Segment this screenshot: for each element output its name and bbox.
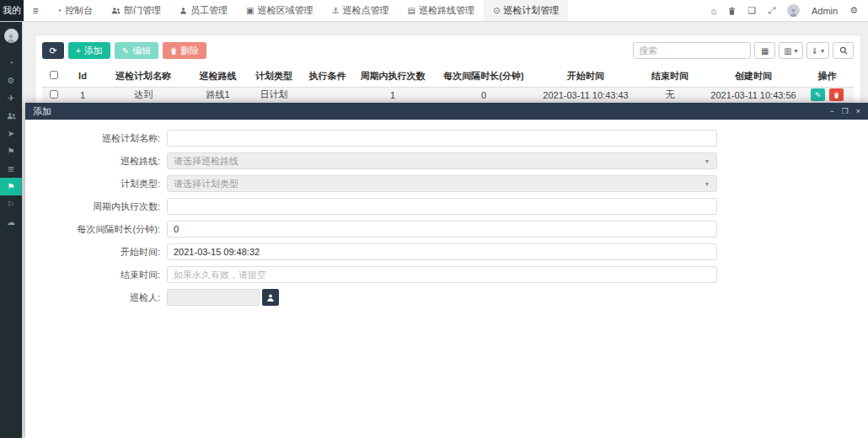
tachometer-icon: ◔: [8, 58, 13, 67]
eye-icon: ⊙: [493, 6, 500, 15]
cell-route: 路线1: [187, 87, 249, 103]
select-all-checkbox[interactable]: [50, 71, 58, 79]
tab-label: 巡检路线管理: [419, 4, 474, 17]
end-time-field[interactable]: [167, 266, 717, 283]
sidebar-item-dashboard[interactable]: ◔: [0, 54, 22, 72]
trash-icon: [170, 47, 177, 55]
sidebar-toggle-button[interactable]: ≡: [24, 0, 47, 21]
table-row[interactable]: 1 达到 路线1 日计划 1 0 2021-03-11 10:43:43 无 2…: [42, 87, 854, 103]
sidebar-item-cloud[interactable]: ☁: [0, 213, 22, 231]
sidebar-item-settings[interactable]: ⚙: [0, 72, 22, 89]
route-select[interactable]: 请选择巡检路线 ▾: [167, 152, 717, 169]
copy-icon[interactable]: ❏: [747, 5, 756, 16]
search-icon: [839, 46, 848, 55]
tab-employees[interactable]: 员工管理: [170, 0, 237, 21]
columns-button[interactable]: ▥ ▾: [779, 42, 802, 59]
search-input[interactable]: [633, 42, 751, 59]
cell-interval: 0: [430, 87, 538, 103]
top-navbar: 我的 ≡ ◔ 控制台 部门管理 员工管理 ▣ 巡检区域管理 ⚓ 巡检点管理 ▤ …: [0, 0, 868, 22]
sidebar-item-send[interactable]: ✈: [0, 89, 22, 107]
row-delete-button[interactable]: [829, 88, 844, 101]
header-interval: 每次间隔时长(分钟): [430, 66, 538, 87]
window-controls: − ❐ ×: [829, 107, 860, 115]
sidebar-item-list[interactable]: ≣: [0, 160, 22, 178]
refresh-icon: ⟳: [49, 45, 56, 56]
sidebar-item-users[interactable]: [0, 107, 22, 125]
cell-end-time: 无: [634, 87, 706, 103]
table-toolbar-right: ▦ ▥ ▾ ⇓ ▾: [633, 42, 854, 59]
sidebar-item-location[interactable]: ➤: [0, 125, 22, 142]
tachometer-icon: ◔: [56, 6, 62, 15]
header-select-all: [42, 66, 66, 87]
cell-created-time: 2021-03-11 10:43:56: [706, 87, 801, 103]
modal-body: 巡检计划名称: 巡检路线: 请选择巡检路线 ▾ 计划类型: 请选择计划类型 ▾ …: [25, 120, 868, 438]
sidebar-user-avatar: [4, 29, 19, 43]
start-time-field[interactable]: [167, 243, 717, 260]
tab-dashboard[interactable]: ◔ 控制台: [47, 0, 102, 21]
tab-departments[interactable]: 部门管理: [102, 0, 170, 21]
close-icon[interactable]: ×: [856, 107, 860, 115]
delete-button[interactable]: 删除: [163, 42, 206, 59]
brand-logo[interactable]: 我的: [0, 0, 24, 21]
tab-inspection-routes[interactable]: ▤ 巡检路线管理: [398, 0, 483, 21]
header-actions: 操作: [801, 66, 854, 87]
cogs-icon: ⚙: [8, 76, 15, 85]
tab-label: 控制台: [65, 4, 93, 17]
tab-inspection-points[interactable]: ⚓ 巡检点管理: [323, 0, 399, 21]
chevron-down-icon: ▾: [821, 47, 824, 55]
refresh-button[interactable]: ⟳: [42, 42, 64, 59]
add-button[interactable]: + 添加: [68, 42, 110, 59]
maximize-icon[interactable]: ❐: [842, 107, 849, 115]
minimize-icon[interactable]: −: [829, 107, 833, 115]
search-button[interactable]: [833, 42, 854, 59]
home-icon[interactable]: ⌂: [711, 6, 717, 16]
tab-label: 员工管理: [190, 4, 228, 17]
header-plan-type: 计划类型: [249, 66, 299, 87]
inspector-label: 巡检人:: [25, 291, 167, 304]
user-icon: [179, 7, 187, 14]
sidebar-item-flag-outline[interactable]: ⚐: [0, 195, 22, 213]
fullscreen-icon[interactable]: ⤢: [768, 5, 775, 16]
row-select-checkbox[interactable]: [50, 90, 58, 99]
chevron-down-icon: ▾: [795, 47, 798, 55]
hamburger-icon: ≡: [32, 5, 38, 17]
header-plan-name: 巡检计划名称: [99, 66, 187, 87]
user-name[interactable]: Admin: [812, 6, 838, 16]
row-edit-button[interactable]: ✎: [811, 88, 825, 101]
chevron-down-icon: ▾: [705, 180, 709, 188]
delete-button-label: 删除: [180, 45, 199, 57]
tab-inspection-areas[interactable]: ▣ 巡检区域管理: [237, 0, 322, 21]
modal-header[interactable]: 添加 − ❐ ×: [25, 103, 868, 120]
form-row-end-time: 结束时间:: [25, 266, 868, 283]
add-plan-modal: 添加 − ❐ × 巡检计划名称: 巡检路线: 请选择巡检路线 ▾ 计划类型: 请…: [25, 103, 868, 438]
select-inspector-button[interactable]: [262, 289, 279, 306]
settings-cogs-icon[interactable]: ⚙: [849, 5, 858, 16]
edit-button[interactable]: ✎ 编辑: [115, 42, 158, 59]
form-row-route: 巡检路线: 请选择巡检路线 ▾: [25, 152, 868, 169]
location-arrow-icon: ➤: [8, 129, 14, 138]
form-row-interval: 每次间隔时长(分钟):: [25, 221, 868, 238]
sidebar-item-inspection-plans[interactable]: ⚑: [0, 178, 22, 195]
sidebar-item-flag[interactable]: ⚑: [0, 142, 22, 160]
cloud-icon: ☁: [7, 217, 15, 227]
edit-button-label: 编辑: [132, 45, 151, 57]
interval-label: 每次间隔时长(分钟):: [25, 223, 167, 236]
trash-icon[interactable]: [728, 7, 736, 15]
export-button[interactable]: ⇓ ▾: [806, 42, 829, 59]
user-avatar[interactable]: [787, 4, 800, 17]
interval-field[interactable]: [167, 221, 717, 238]
cell-start-time: 2021-03-11 10:43:43: [538, 87, 634, 103]
tab-inspection-plans[interactable]: ⊙ 巡检计划管理: [484, 0, 568, 21]
header-condition: 执行条件: [299, 66, 356, 87]
columns-icon: ▥: [784, 46, 791, 56]
exec-count-label: 周期内执行次数:: [25, 200, 167, 213]
plan-name-field[interactable]: [167, 130, 717, 147]
book-icon: ▤: [407, 6, 415, 15]
header-start-time: 开始时间: [538, 66, 634, 87]
header-route: 巡检路线: [187, 66, 249, 87]
exec-count-field[interactable]: [167, 198, 717, 215]
plan-type-select[interactable]: 请选择计划类型 ▾: [167, 175, 717, 192]
chevron-down-icon: ▾: [705, 158, 709, 165]
form-row-start-time: 开始时间:: [25, 243, 868, 260]
fullscreen-table-button[interactable]: ▦: [754, 42, 775, 59]
